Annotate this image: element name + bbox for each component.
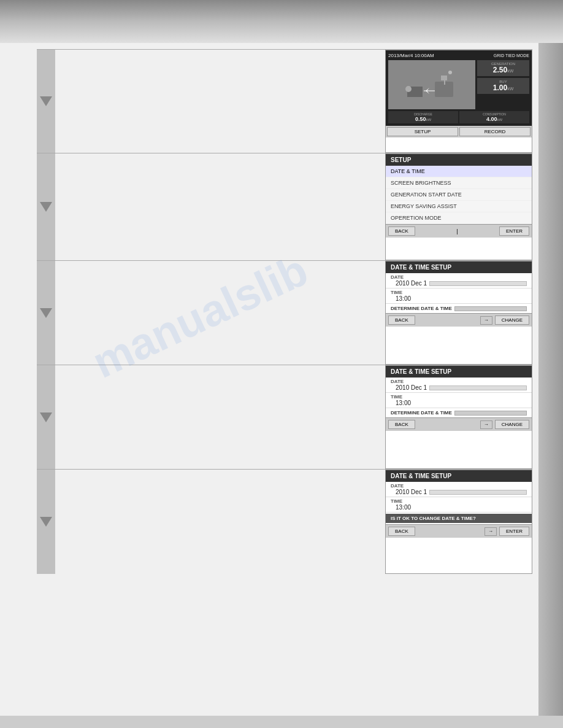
setup-button[interactable]: SETUP [387,127,458,136]
time-label-2: TIME [386,393,532,400]
svg-point-7 [405,86,412,92]
dt-arrow-button-1[interactable]: → [480,316,492,325]
determine-label-3: IS IT OK TO CHANGE DATE & TIME? [391,516,476,521]
date-label-3: DATE [386,482,532,489]
top-bar [0,0,563,43]
svg-point-8 [448,71,452,74]
date-value-row-1: 2010 Dec 1 [386,280,532,288]
setup-menu-panel: SETUP DATE & TIME SCREEN BRIGHTNESS GENE… [385,153,532,260]
record-button[interactable]: RECORD [459,127,530,136]
bottom-stats: DISCHARGE 0.50 kW CONSUMPTION 4.00 kW [388,111,529,123]
left-indicator-1 [37,50,55,153]
time-value-row-2: 13:00 [386,400,532,408]
left-text-2 [55,153,385,260]
svg-marker-1 [404,79,426,87]
dt-change-button-2[interactable]: CHANGE [495,420,529,429]
determine-bar-2 [454,411,527,416]
datetime-btn-row-2: BACK → CHANGE [386,417,532,431]
datetime-btn-row-3: BACK → ENTER [386,524,532,538]
consumption-box: CONSUMPTION 4.00 kW [459,111,529,123]
date-bar-2 [429,385,527,390]
determine-row-1: DETERMINE DATE & TIME [386,304,532,313]
generation-box: GENERATION 2.50 kW [477,60,529,76]
left-text-3 [55,261,385,365]
datetime-header-2: DATE & TIME SETUP [386,366,532,378]
discharge-value: 0.50 [415,116,426,122]
section-datetime-1: DATE & TIME SETUP DATE 2010 Dec 1 TIME 1… [37,261,532,365]
time-label-3: TIME [386,497,532,504]
time-value-row-1: 13:00 [386,295,532,304]
datetime-panel-1: DATE & TIME SETUP DATE 2010 Dec 1 TIME 1… [385,261,532,365]
datetime-panel-3: DATE & TIME SETUP DATE 2010 Dec 1 TIME 1… [385,470,532,574]
setup-divider: | [418,228,497,234]
consumption-unit: kW [497,118,502,122]
datetime-header-3: DATE & TIME SETUP [386,470,532,482]
menu-item-energy-saving[interactable]: ENERGY SAVING ASSIST [386,201,532,212]
date-bar-1 [429,281,527,286]
left-indicator-3 [37,261,55,365]
determine-row-3: IS IT OK TO CHANGE DATE & TIME? [386,514,532,523]
section-datetime-2: DATE & TIME SETUP DATE 2010 Dec 1 TIME 1… [37,365,532,470]
main-display-panel: 2013/Mar/4 10:00AM GRID TIED MODE [386,50,532,126]
arrow-down-icon-2 [40,202,52,212]
generation-unit: kW [507,69,513,73]
determine-label-2: DETERMINE DATE & TIME [391,410,452,416]
date-value-2: 2010 Dec 1 [396,384,427,391]
time-value-3: 13:00 [396,504,411,511]
menu-item-datetime[interactable]: DATE & TIME [386,166,532,177]
generation-value: 2.50 [493,66,507,74]
left-text-1 [55,50,385,153]
arrow-down-icon-1 [40,96,52,106]
determine-label-1: DETERMINE DATE & TIME [391,306,452,311]
left-indicator-4 [37,365,55,469]
datetime-header-1: DATE & TIME SETUP [386,261,532,273]
datetime-btn-row-1: BACK → CHANGE [386,313,532,327]
date-label-1: DATE [386,273,532,280]
buy-value: 1.00 [493,83,507,92]
dt-back-button-3[interactable]: BACK [388,527,415,536]
datetime-panel-2: DATE & TIME SETUP DATE 2010 Dec 1 TIME 1… [385,365,532,469]
consumption-value: 4.00 [486,116,497,122]
datetime-text: 2013/Mar/4 10:00AM [388,53,434,58]
main-display-header: 2013/Mar/4 10:00AM GRID TIED MODE [388,53,529,58]
dt-back-button-1[interactable]: BACK [388,316,415,325]
arrow-down-icon-5 [40,517,52,527]
setup-header: SETUP [386,154,532,166]
arrow-down-icon-3 [40,308,52,318]
time-value-row-3: 13:00 [386,504,532,513]
discharge-unit: kW [426,118,431,122]
right-accent [538,43,563,716]
date-value-3: 2010 Dec 1 [396,489,427,495]
mode-text: GRID TIED MODE [494,53,529,58]
buy-box: BUY 1.00 kW [477,78,529,94]
discharge-box: DISCHARGE 0.50 kW [388,111,458,123]
date-value-1: 2010 Dec 1 [396,280,427,287]
dt-arrow-button-2[interactable]: → [480,420,492,429]
dt-enter-button-3[interactable]: ENTER [499,527,529,536]
section-datetime-confirm: DATE & TIME SETUP DATE 2010 Dec 1 TIME 1… [37,470,532,574]
bottom-bar [0,716,563,728]
setup-btn-row: BACK | ENTER [386,224,532,238]
dt-change-button-1[interactable]: CHANGE [495,316,529,325]
home-solar-icon [401,63,462,106]
left-indicator-5 [37,470,55,574]
setup-back-button[interactable]: BACK [388,227,415,236]
setup-enter-button[interactable]: ENTER [499,227,529,236]
main-content: 2013/Mar/4 10:00AM GRID TIED MODE [37,49,532,710]
date-bar-3 [429,490,527,495]
menu-item-brightness[interactable]: SCREEN BRIGHTNESS [386,177,532,189]
dt-arrow-button-3[interactable]: → [484,527,497,536]
determine-bar-1 [454,306,527,311]
buy-unit: kW [507,87,513,91]
menu-item-generation-date[interactable]: GENERATION START DATE [386,189,532,201]
main-panel-buttons: SETUP RECORD [386,126,532,137]
time-label-1: TIME [386,288,532,295]
date-value-row-2: 2010 Dec 1 [386,384,532,393]
left-indicator-2 [37,153,55,260]
dt-back-button-2[interactable]: BACK [388,420,415,429]
menu-item-operation-mode[interactable]: OPERETION MODE [386,212,532,224]
date-label-2: DATE [386,378,532,384]
arrow-down-icon-4 [40,412,52,422]
determine-row-2: DETERMINE DATE & TIME [386,408,532,417]
date-value-row-3: 2010 Dec 1 [386,489,532,497]
